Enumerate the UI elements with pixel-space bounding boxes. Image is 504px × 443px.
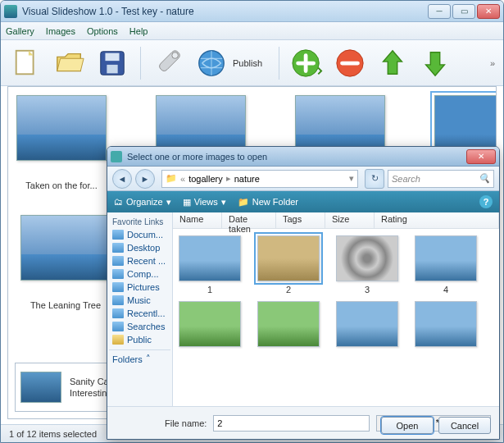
help-button[interactable]: ?: [479, 195, 493, 208]
col-tags[interactable]: Tags: [276, 212, 325, 228]
nav-back-button[interactable]: ◄: [112, 169, 132, 189]
folder-icon: 📁: [166, 173, 177, 184]
fav-pictures[interactable]: Pictures: [109, 281, 170, 294]
breadcrumb[interactable]: 📁 « togallery ▸ nature ▾: [161, 170, 358, 188]
menu-options[interactable]: Options: [87, 26, 118, 36]
save-button[interactable]: [94, 45, 130, 81]
search-icon: 🔍: [479, 173, 490, 184]
breadcrumb-part[interactable]: togallery: [188, 174, 223, 184]
dialog-close-button[interactable]: ✕: [466, 149, 496, 164]
move-down-button[interactable]: [417, 45, 453, 81]
svg-rect-3: [107, 64, 117, 72]
file-item-5[interactable]: [176, 301, 243, 347]
thumb-caption: The Leaning Tree: [30, 300, 101, 310]
col-date[interactable]: Date taken: [222, 212, 276, 228]
fav-public[interactable]: Public: [109, 333, 170, 346]
dialog-toolbar: 🗂 Organize ▾ ▦ Views ▾ 📁 New Folder ?: [107, 191, 499, 212]
gallery-thumb-5[interactable]: The Leaning Tree: [16, 215, 115, 310]
dropdown-icon: ▾: [221, 197, 226, 208]
new-folder-button[interactable]: 📁 New Folder: [238, 197, 298, 208]
col-size[interactable]: Size: [325, 212, 375, 228]
search-input[interactable]: Search 🔍: [388, 170, 494, 188]
main-toolbar: Publish »: [1, 40, 503, 86]
organize-icon: 🗂: [114, 197, 123, 207]
fav-desktop[interactable]: Desktop: [109, 241, 170, 254]
file-item-4[interactable]: 4: [412, 235, 479, 295]
column-headers: Name Date taken Tags Size Rating: [173, 212, 499, 229]
dialog-body: Favorite Links Docum... Desktop Recent .…: [107, 212, 499, 406]
folder-icon: 📁: [238, 197, 249, 208]
file-grid: 1 2 3 4: [173, 229, 499, 406]
dialog-navbar: ◄ ► 📁 « togallery ▸ nature ▾ ↻ Search 🔍: [107, 167, 499, 191]
detail-thumbnail: [20, 372, 61, 403]
fav-documents[interactable]: Docum...: [109, 228, 170, 241]
move-up-button[interactable]: [375, 45, 411, 81]
breadcrumb-part[interactable]: nature: [234, 174, 260, 184]
search-placeholder: Search: [392, 174, 420, 184]
breadcrumb-dropdown-icon[interactable]: ▾: [349, 173, 354, 184]
detail-line2: Interestin: [70, 387, 109, 399]
fav-recent[interactable]: Recent ...: [109, 254, 170, 267]
svg-point-4: [172, 52, 179, 58]
breadcrumb-sep-icon: «: [180, 174, 185, 184]
svg-rect-2: [105, 53, 119, 61]
file-item-1[interactable]: 1: [176, 235, 243, 295]
file-item-2[interactable]: 2: [255, 235, 322, 295]
folders-expander[interactable]: Folders ˄: [109, 349, 170, 368]
toolbar-overflow-icon[interactable]: »: [490, 58, 495, 68]
close-button[interactable]: ✕: [477, 4, 500, 19]
fav-searches[interactable]: Searches: [109, 320, 170, 333]
add-button[interactable]: [289, 45, 325, 81]
views-button[interactable]: ▦ Views ▾: [183, 197, 226, 208]
gallery-thumb-1[interactable]: Taken on the for...: [16, 95, 107, 190]
refresh-button[interactable]: ↻: [365, 169, 384, 189]
menu-help[interactable]: Help: [129, 26, 148, 36]
maximize-button[interactable]: ▭: [452, 4, 475, 19]
status-text: 1 of 12 items selected: [9, 429, 97, 439]
menu-images[interactable]: Images: [46, 26, 75, 36]
nav-forward-button[interactable]: ►: [135, 169, 155, 189]
open-button[interactable]: Open: [381, 417, 434, 434]
new-page-button[interactable]: [9, 45, 45, 81]
publish-label: Publish: [233, 58, 262, 68]
publish-button[interactable]: [193, 45, 229, 81]
window-title: Visual Slideshow 1.0 - Test key - nature: [22, 6, 428, 17]
file-item-6[interactable]: [255, 301, 322, 347]
file-item-7[interactable]: [334, 301, 401, 347]
file-open-dialog: Select one or more images to open ✕ ◄ ► …: [107, 146, 500, 440]
app-icon: [4, 5, 17, 18]
thumb-caption: Taken on the for...: [25, 180, 97, 190]
dialog-titlebar: Select one or more images to open ✕: [107, 147, 499, 167]
file-item-3[interactable]: 3: [334, 235, 401, 295]
menubar: Gallery Images Options Help: [1, 22, 503, 40]
open-folder-button[interactable]: [52, 45, 88, 81]
breadcrumb-sep-icon: ▸: [226, 173, 231, 184]
main-titlebar: Visual Slideshow 1.0 - Test key - nature…: [1, 1, 503, 22]
chevron-up-icon: ˄: [146, 354, 151, 364]
views-icon: ▦: [183, 197, 191, 208]
favorites-panel: Favorite Links Docum... Desktop Recent .…: [107, 212, 173, 406]
cancel-button[interactable]: Cancel: [438, 417, 491, 434]
col-name[interactable]: Name: [173, 212, 222, 228]
filename-input[interactable]: [213, 415, 370, 432]
fav-music[interactable]: Music: [109, 294, 170, 307]
fav-recently[interactable]: Recentl...: [109, 307, 170, 320]
detail-line1: Sanity Ca: [70, 376, 109, 387]
fav-computer[interactable]: Comp...: [109, 267, 170, 281]
toolbar-divider: [140, 47, 141, 80]
settings-button[interactable]: [151, 45, 187, 81]
favorites-header: Favorite Links: [109, 216, 170, 228]
col-rating[interactable]: Rating: [375, 212, 499, 228]
organize-button[interactable]: 🗂 Organize ▾: [114, 197, 171, 208]
dialog-icon: [111, 151, 122, 162]
file-panel: Name Date taken Tags Size Rating 1 2 3 4: [173, 212, 499, 406]
toolbar-divider-2: [279, 47, 279, 80]
menu-gallery[interactable]: Gallery: [6, 26, 34, 36]
file-item-8[interactable]: [412, 301, 479, 347]
remove-button[interactable]: [332, 45, 368, 81]
minimize-button[interactable]: ─: [428, 4, 451, 19]
dialog-title: Select one or more images to open: [127, 152, 466, 162]
filename-label: File name:: [165, 418, 207, 428]
dropdown-icon: ▾: [166, 197, 171, 208]
